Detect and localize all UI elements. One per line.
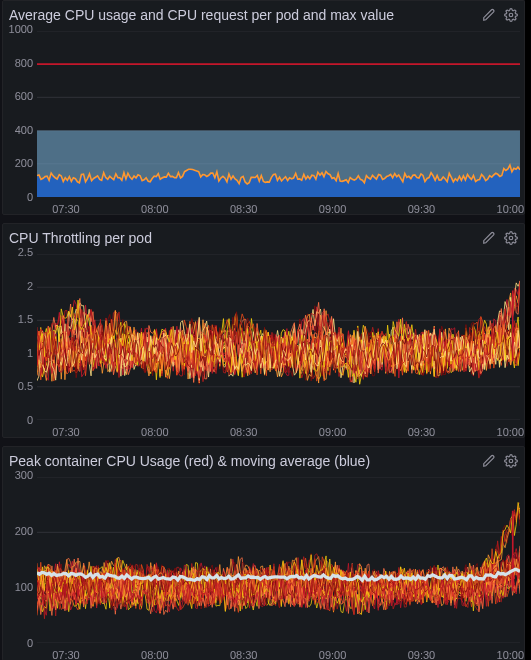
gear-icon[interactable]	[504, 231, 518, 245]
y-axis-labels: 0100200300	[3, 475, 37, 643]
gear-icon[interactable]	[504, 8, 518, 22]
x-axis-labels: 07:3008:0008:3009:0009:3010:00	[37, 199, 520, 215]
panel-cpu-usage-request: Average CPU usage and CPU request per po…	[2, 0, 525, 215]
svg-point-0	[509, 13, 513, 17]
vertical-scrollbar[interactable]	[525, 0, 531, 660]
panel-title: Peak container CPU Usage (red) & moving …	[9, 453, 482, 469]
gear-icon[interactable]	[504, 454, 518, 468]
panel-cpu-throttling: CPU Throttling per pod 00.511.522.5 07:3…	[2, 223, 525, 438]
panel-actions	[482, 454, 518, 468]
panel-header[interactable]: CPU Throttling per pod	[3, 224, 524, 252]
plot[interactable]	[37, 477, 520, 643]
y-axis-labels: 00.511.522.5	[3, 252, 37, 420]
panel-actions	[482, 8, 518, 22]
pencil-icon[interactable]	[482, 8, 496, 22]
chart-area[interactable]: 0100200300 07:3008:0008:3009:0009:3010:0…	[3, 475, 524, 660]
plot[interactable]	[37, 31, 520, 197]
x-axis-labels: 07:3008:0008:3009:0009:3010:00	[37, 422, 520, 438]
svg-point-8	[509, 236, 513, 240]
panel-title: CPU Throttling per pod	[9, 230, 482, 246]
chart-area[interactable]: 00.511.522.5 07:3008:0008:3009:0009:3010…	[3, 252, 524, 438]
svg-point-16	[509, 459, 513, 463]
y-axis-labels: 02004006008001000	[3, 29, 37, 197]
panel-header[interactable]: Average CPU usage and CPU request per po…	[3, 1, 524, 29]
pencil-icon[interactable]	[482, 454, 496, 468]
plot[interactable]	[37, 254, 520, 420]
pencil-icon[interactable]	[482, 231, 496, 245]
x-axis-labels: 07:3008:0008:3009:0009:3010:00	[37, 645, 520, 660]
panel-peak-cpu: Peak container CPU Usage (red) & moving …	[2, 446, 525, 660]
panel-title: Average CPU usage and CPU request per po…	[9, 7, 482, 23]
chart-area[interactable]: 02004006008001000 07:3008:0008:3009:0009…	[3, 29, 524, 215]
panel-header[interactable]: Peak container CPU Usage (red) & moving …	[3, 447, 524, 475]
panel-actions	[482, 231, 518, 245]
